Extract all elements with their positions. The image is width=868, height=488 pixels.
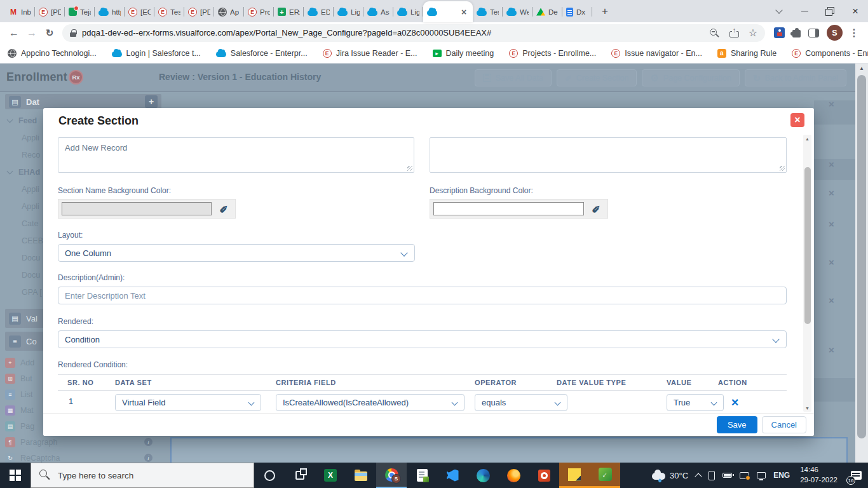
weather-widget[interactable]: 30°C [652, 471, 688, 480]
scrollbar-thumb[interactable] [804, 167, 811, 324]
url-text[interactable]: pdqa1-dev-ed--erx-forms.visualforce.com/… [82, 28, 703, 37]
edit-description-color-button[interactable] [588, 201, 604, 217]
taskbar-app[interactable] [376, 463, 407, 488]
chevron-up-icon[interactable] [696, 472, 701, 479]
save-all-data-button[interactable]: Save All Data [475, 69, 552, 86]
browser-tab[interactable]: [EC [125, 1, 154, 22]
description-bg-color-input[interactable] [433, 202, 584, 215]
component-item[interactable]: Paragraph [5, 435, 161, 449]
component-item[interactable]: ReCaptcha [5, 451, 161, 463]
battery-icon[interactable] [722, 473, 732, 478]
side-panel-icon[interactable] [808, 29, 819, 37]
description-admin-input[interactable] [58, 287, 787, 304]
back-to-admin-panel-button[interactable]: Back to Admin Panel [745, 69, 846, 86]
taskbar-app[interactable] [254, 463, 285, 488]
browser-tab[interactable]: ERx [274, 1, 304, 22]
start-button[interactable] [0, 463, 31, 488]
taskbar-app[interactable] [559, 463, 590, 488]
browser-tab[interactable]: De [532, 1, 562, 22]
bookmark-item[interactable]: Appcino Technologi... [8, 49, 97, 58]
close-tab-icon[interactable] [459, 7, 469, 17]
share-icon[interactable] [729, 28, 738, 37]
forward-button[interactable] [23, 24, 41, 42]
save-button[interactable]: Save [717, 416, 757, 433]
scrollbar-thumb[interactable] [857, 75, 866, 438]
taskbar-app[interactable] [437, 463, 468, 488]
star-icon[interactable] [749, 27, 757, 39]
modal-close-button[interactable] [790, 113, 804, 127]
browser-tab[interactable]: Lig [393, 1, 423, 22]
edit-section-color-button[interactable] [215, 201, 232, 217]
browser-tab[interactable]: [PD [184, 1, 214, 22]
taskbar-app[interactable] [285, 463, 315, 488]
bookmark-item[interactable]: Components - Enro... [792, 49, 868, 58]
taskbar-search[interactable] [31, 463, 254, 488]
bookmark-item[interactable]: Issue navigator - En... [611, 49, 702, 58]
info-icon[interactable] [144, 454, 153, 462]
bookmark-item[interactable]: Salesforce - Enterpr... [216, 49, 308, 58]
browser-tab[interactable]: http [95, 1, 125, 22]
rendered-select[interactable]: Condition [58, 330, 787, 348]
create-section-button[interactable]: Create Section [557, 69, 637, 86]
zoom-out-icon[interactable] [709, 28, 719, 38]
page-scrollbar[interactable] [855, 64, 868, 463]
section-name-bg-color-input[interactable] [62, 202, 212, 215]
taskbar-app[interactable] [529, 463, 559, 488]
browser-menu-button[interactable] [845, 24, 863, 42]
info-icon[interactable] [144, 438, 153, 446]
taskbar-app[interactable] [498, 463, 529, 488]
scroll-up-icon[interactable] [803, 135, 811, 142]
taskbar-app[interactable] [590, 463, 620, 488]
operator-select[interactable]: equals [475, 394, 567, 411]
lock-icon[interactable] [70, 29, 76, 37]
clock[interactable]: 14:46 29-07-2022 [797, 465, 840, 485]
layout-select[interactable]: One Column [58, 244, 415, 262]
chevron-down-icon[interactable] [776, 10, 782, 13]
browser-tab[interactable]: Pro [244, 1, 274, 22]
network-icon[interactable] [757, 472, 766, 478]
data-set-select[interactable]: Virtual Field [115, 394, 261, 411]
page-configuration-button[interactable]: Page Configuration [642, 69, 739, 86]
new-tab-button[interactable] [596, 3, 614, 20]
restore-icon[interactable] [825, 7, 834, 16]
browser-tab[interactable] [423, 1, 473, 22]
taskbar-app[interactable] [407, 463, 437, 488]
browser-tab[interactable]: Dx [562, 1, 592, 22]
description-textarea[interactable] [430, 137, 787, 173]
bookmark-item[interactable]: Projects - Enrollme... [509, 49, 596, 58]
bookmark-item[interactable]: Jira Issue Reader - E... [323, 49, 417, 58]
remove-condition-icon[interactable] [732, 397, 738, 409]
taskbar-app[interactable] [346, 463, 376, 488]
bookmark-item[interactable]: Sharing Rule [717, 49, 776, 58]
scroll-down-icon[interactable] [803, 404, 811, 412]
close-window-icon[interactable] [852, 5, 858, 18]
browser-tab[interactable]: EDI [304, 1, 334, 22]
back-button[interactable] [5, 24, 23, 42]
browser-tab[interactable]: [PD [35, 1, 65, 22]
accessibility-extension-icon[interactable] [774, 27, 785, 38]
sidebar-dataset-header[interactable]: Dat [5, 94, 161, 109]
phone-icon[interactable] [709, 471, 715, 480]
taskbar-app[interactable] [315, 463, 346, 488]
search-input[interactable] [31, 463, 254, 488]
browser-tab[interactable]: Lig [334, 1, 363, 22]
browser-tab[interactable]: Ap [214, 1, 244, 22]
browser-tab[interactable]: Tes [154, 1, 184, 22]
browser-tab[interactable]: Inb [5, 1, 35, 22]
bookmark-item[interactable]: Login | Salesforce t... [112, 49, 201, 58]
section-name-textarea[interactable]: Add New Record [58, 137, 414, 173]
extensions-puzzle-icon[interactable] [792, 30, 801, 37]
cancel-button[interactable]: Cancel [762, 416, 806, 433]
taskbar-app[interactable] [468, 463, 498, 488]
browser-tab[interactable]: Teja [65, 1, 95, 22]
minimize-icon[interactable] [801, 11, 808, 11]
modal-scrollbar[interactable] [803, 135, 811, 412]
address-bar[interactable]: pdqa1-dev-ed--erx-forms.visualforce.com/… [62, 24, 765, 42]
value-select[interactable]: True [667, 394, 724, 411]
notification-center[interactable]: 16 [848, 463, 864, 488]
cast-icon[interactable] [740, 472, 749, 479]
bookmark-item[interactable]: Daily meeting [433, 49, 494, 58]
scroll-up-icon[interactable] [855, 65, 868, 71]
language-indicator[interactable]: ENG [773, 471, 790, 480]
browser-tab[interactable]: We [503, 1, 532, 22]
